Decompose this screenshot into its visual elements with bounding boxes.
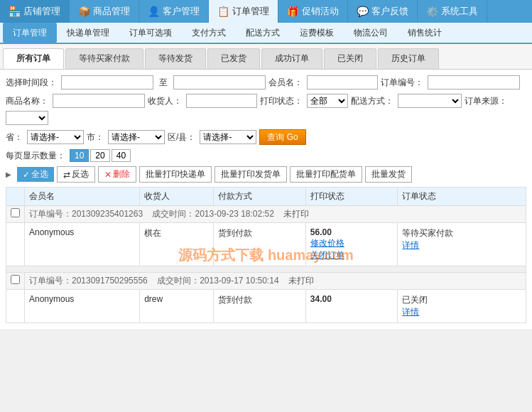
nav-store[interactable]: 🏪 店铺管理 [0,0,70,23]
page-size-20[interactable]: 20 [90,149,109,162]
products-icon: 📦 [78,6,90,17]
member-name-input[interactable] [307,75,378,90]
order-checkbox[interactable] [11,275,20,284]
sub-navigation: 订单管理 快递单管理 订单可选项 支付方式 配送方式 运费模板 物流公司 销售统… [0,23,532,44]
subnav-payment[interactable]: 支付方式 [182,23,236,43]
nav-promotions[interactable]: 🎁 促销活动 [278,0,348,23]
filter-row-3: 省： 请选择- 市： 请选择- 区/县： 请选择- 查询 Go [6,129,526,145]
nav-orders-label: 订单管理 [232,5,269,18]
main-content: 选择时间段： 至 会员名： 订单编号： 商品名称： 收货人： 打印状态： 全部 … [0,70,532,329]
print-status-label: 打印状态： [260,95,303,107]
delivery-method-select[interactable] [398,94,462,108]
order-pay-method: 货到付款 [214,290,306,323]
order-source-label: 订单来源： [465,95,507,107]
order-action-link[interactable]: 关闭订单 [310,250,344,260]
tab-pending-ship[interactable]: 等待发货 [145,48,206,69]
subnav-express-mgmt-label: 快递单管理 [67,27,109,39]
subnav-order-mgmt-label: 订单管理 [13,27,47,39]
subnav-express-mgmt[interactable]: 快递单管理 [57,23,119,43]
order-action-link[interactable]: 修改价格 [310,238,344,248]
order-pay-method: 货到付款 [214,223,306,266]
tab-shipped[interactable]: 已发货 [207,48,260,69]
order-time: 成交时间：2013-09-23 18:02:52 [152,209,273,219]
invert-icon: ⇄ [63,170,70,180]
tab-history[interactable]: 历史订单 [378,48,439,69]
query-button[interactable]: 查询 Go [259,129,305,145]
order-no-input[interactable] [428,75,520,90]
subnav-order-mgmt[interactable]: 订单管理 [3,23,57,43]
subnav-return-order[interactable]: 订单可选项 [119,23,182,43]
order-actions-cell: 34.00 [305,290,398,323]
tab-closed[interactable]: 已关闭 [324,48,376,69]
print-status-select[interactable]: 全部 已打印 未打印 [307,94,348,108]
promotions-icon: 🎁 [287,6,299,17]
order-status-text: 等待买家付款 [402,227,521,239]
order-no-label: 订单编号： [381,77,423,89]
nav-customers[interactable]: 👤 客户管理 [139,0,209,23]
order-tabs: 所有订单 等待买家付款 等待发货 已发货 成功订单 已关闭 历史订单 [0,44,532,70]
delete-label: 删除 [113,168,130,180]
tab-history-label: 历史订单 [391,53,425,63]
receiver-input[interactable] [186,94,257,108]
order-source-select[interactable] [6,111,48,125]
delete-button[interactable]: ✕ 删除 [98,166,136,183]
order-price: 56.00 [310,227,393,237]
th-member: 会员名 [25,188,140,206]
nav-orders[interactable]: 📋 订单管理 [209,0,278,23]
time-to-input[interactable] [173,75,266,90]
district-select[interactable]: 请选择- [200,130,256,144]
order-checkbox[interactable] [11,208,20,217]
nav-promotions-label: 促销活动 [302,5,339,18]
invert-select-label: 反选 [72,168,89,180]
time-between-label: 至 [159,77,168,89]
subnav-sales-stats[interactable]: 销售统计 [398,23,452,43]
th-order-status: 订单状态 [398,188,526,206]
delivery-method-label: 配送方式： [351,95,393,107]
order-member: Anonymous [25,223,140,266]
store-icon: 🏪 [9,6,21,17]
province-select[interactable]: 请选择- [27,130,84,144]
product-name-label: 商品名称： [6,95,48,107]
select-all-button[interactable]: ✓ 全选 [17,167,54,182]
order-price: 34.00 [310,294,393,304]
batch-print-config-button[interactable]: 批量打印配货单 [290,166,362,183]
city-select[interactable]: 请选择- [108,130,165,144]
order-detail-link[interactable]: 详情 [402,240,419,250]
batch-print-express-button[interactable]: 批量打印快递单 [139,166,212,183]
check-icon: ✓ [23,170,30,180]
expand-icon[interactable]: ▶ [6,170,11,178]
page-size-label: 每页显示数量： [6,150,65,162]
order-status-cell: 等待买家付款详情 [398,223,526,266]
batch-print-delivery-button[interactable]: 批量打印发货单 [215,166,287,183]
nav-tools[interactable]: ⚙️ 系统工具 [418,0,487,23]
nav-products[interactable]: 📦 商品管理 [70,0,139,23]
batch-ship-button[interactable]: 批量发货 [365,166,412,183]
tab-pending-ship-label: 等待发货 [158,53,192,63]
page-size-40[interactable]: 40 [112,149,131,162]
th-receiver: 收货人 [140,188,214,206]
subnav-delivery[interactable]: 配送方式 [236,23,290,43]
order-receiver: 棋在 [140,223,214,266]
nav-feedback[interactable]: 💬 客户反馈 [348,0,418,23]
city-label: 市： [87,131,104,143]
product-name-input[interactable] [53,94,145,108]
order-table-wrapper: 源码方式下载 huamay.com 会员名 收货人 付款方式 打印状态 订单状态… [6,187,526,323]
time-from-input[interactable] [61,75,153,90]
nav-customers-label: 客户管理 [163,5,200,18]
subnav-sales-stats-label: 销售统计 [408,27,442,39]
subnav-freight-tpl[interactable]: 运费模板 [290,23,344,43]
tab-all-orders[interactable]: 所有订单 [3,48,64,69]
nav-feedback-label: 客户反馈 [371,5,408,18]
district-label: 区/县： [168,131,195,143]
subnav-logistics[interactable]: 物流公司 [344,23,398,43]
th-print-status: 打印状态 [305,188,398,206]
delete-icon: ✕ [104,170,112,180]
invert-select-button[interactable]: ⇄ 反选 [57,166,95,183]
filter-row-2: 商品名称： 收货人： 打印状态： 全部 已打印 未打印 配送方式： 订单来源： [6,94,526,125]
tab-pending-pay[interactable]: 等待买家付款 [65,48,143,69]
order-detail-link[interactable]: 详情 [402,307,419,317]
nav-products-label: 商品管理 [93,5,130,18]
order-time: 成交时间：2013-09-17 10:50:14 [157,276,278,286]
tab-success[interactable]: 成功订单 [261,48,322,69]
page-size-10[interactable]: 10 [70,149,89,162]
